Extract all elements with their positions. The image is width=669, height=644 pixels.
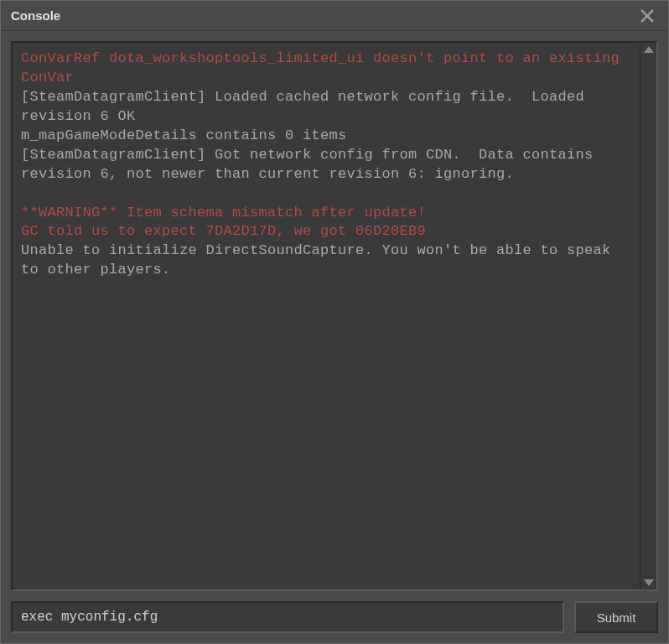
close-icon [640, 8, 655, 23]
titlebar: Console [1, 1, 668, 31]
console-window: Console ConVarRef dota_workshoptools_lim… [0, 0, 669, 644]
console-line [21, 184, 631, 204]
submit-button[interactable]: Submit [574, 601, 658, 633]
console-line: GC told us to expect 7DA2D17D, we got 06… [21, 222, 631, 242]
scroll-up-icon[interactable] [644, 46, 654, 53]
console-line: ConVarRef dota_workshoptools_limited_ui … [21, 49, 631, 88]
console-body: ConVarRef dota_workshoptools_limited_ui … [1, 31, 668, 643]
output-panel: ConVarRef dota_workshoptools_limited_ui … [11, 41, 658, 591]
console-line: [SteamDatagramClient] Got network config… [21, 146, 631, 184]
scroll-down-icon[interactable] [644, 579, 654, 586]
window-title: Console [11, 8, 60, 23]
console-line: Unable to initialize DirectSoundCapture.… [21, 242, 631, 280]
console-line: m_mapGameModeDetails contains 0 items [21, 127, 631, 146]
command-input[interactable] [11, 601, 564, 633]
close-button[interactable] [636, 5, 658, 27]
console-line: [SteamDatagramClient] Loaded cached netw… [21, 88, 631, 127]
console-line: **WARNING** Item schema mismatch after u… [21, 204, 631, 223]
output-text[interactable]: ConVarRef dota_workshoptools_limited_ui … [13, 43, 640, 589]
input-row: Submit [11, 601, 658, 633]
scrollbar[interactable] [640, 43, 656, 589]
